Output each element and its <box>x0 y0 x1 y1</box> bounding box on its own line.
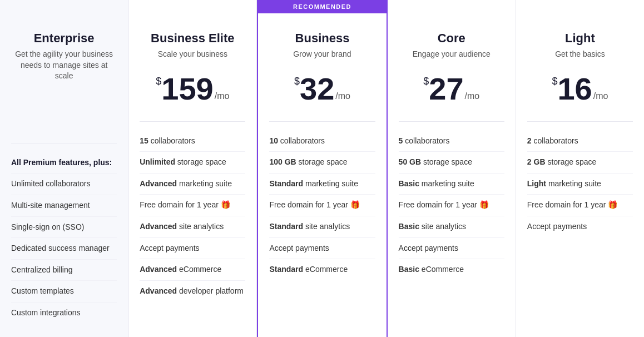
feature-item: 10 collaborators <box>269 131 375 152</box>
feature-bold: Basic <box>399 265 419 274</box>
feature-bold: 2 <box>527 136 532 145</box>
feature-text: eCommerce <box>419 265 464 274</box>
price-symbol-business: $ <box>294 76 300 87</box>
features-list-business-elite: 15 collaboratorsUnlimited storage spaceA… <box>140 131 245 302</box>
feature-item: All Premium features, plus: <box>11 152 117 174</box>
feature-text: Custom integrations <box>11 308 81 317</box>
feature-text: Accept payments <box>269 244 329 252</box>
plan-tagline-core: Engage your audience <box>399 49 504 60</box>
feature-item: Standard eCommerce <box>269 259 375 280</box>
divider-core <box>399 121 504 122</box>
gift-icon: 🎁 <box>221 200 230 211</box>
feature-item: Basic site analytics <box>399 216 504 238</box>
features-list-business: 10 collaborators100 GB storage spaceStan… <box>269 131 375 280</box>
feature-text: Multi-site management <box>11 201 90 210</box>
feature-item: Accept payments <box>527 216 633 237</box>
feature-text: collaborators <box>532 136 578 145</box>
feature-bold: Advanced <box>140 265 177 274</box>
feature-item: Basic marketing suite <box>399 174 504 195</box>
gift-icon: 🎁 <box>479 200 489 211</box>
feature-text: storage space <box>296 157 348 166</box>
gift-icon: 🎁 <box>608 200 617 211</box>
feature-item: Multi-site management <box>11 195 117 217</box>
pricing-table: EnterpriseGet the agility your business … <box>0 0 644 337</box>
feature-item: Free domain for 1 year🎁 <box>527 195 633 216</box>
feature-text: collaborators <box>148 136 195 145</box>
price-block-business-elite: $ 159 /mo <box>140 71 245 105</box>
price-mo-core: /mo <box>465 91 480 101</box>
plan-col-business-elite: Business EliteScale your business $ 159 … <box>128 0 257 337</box>
feature-item: Advanced marketing suite <box>140 174 245 195</box>
feature-item: Advanced eCommerce <box>140 259 245 281</box>
feature-bold: Standard <box>269 179 303 188</box>
feature-item: Centralized billing <box>11 260 117 281</box>
feature-bold: 100 GB <box>269 157 296 166</box>
feature-bold: 10 <box>269 136 278 145</box>
price-mo-light: /mo <box>593 91 608 101</box>
feature-text: storage space <box>175 157 226 166</box>
gift-icon: 🎁 <box>350 200 360 211</box>
feature-bold: 50 GB <box>399 157 421 166</box>
feature-text: Free domain for 1 year <box>269 200 348 209</box>
feature-item: Unlimited collaborators <box>11 174 117 195</box>
feature-item: 50 GB storage space <box>399 152 504 174</box>
price-amount-core: 27 <box>429 73 463 105</box>
feature-item: Basic eCommerce <box>399 259 504 280</box>
feature-item: Standard site analytics <box>269 216 375 238</box>
price-block-enterprise <box>11 93 117 126</box>
feature-text: Custom templates <box>11 286 74 295</box>
feature-item: Custom integrations <box>11 303 117 324</box>
divider-business <box>269 121 375 122</box>
feature-item: Advanced site analytics <box>140 216 245 238</box>
features-list-enterprise: All Premium features, plus:Unlimited col… <box>11 152 117 324</box>
feature-item: Free domain for 1 year🎁 <box>269 195 375 216</box>
price-amount-light: 16 <box>557 73 592 105</box>
feature-item: 2 GB storage space <box>527 152 633 174</box>
feature-item: 2 collaborators <box>527 131 633 152</box>
plan-name-core: Core <box>399 31 504 46</box>
feature-text: Free domain for 1 year <box>399 200 478 209</box>
price-symbol-core: $ <box>423 76 429 87</box>
price-symbol-light: $ <box>552 76 557 87</box>
price-block-core: $ 27 /mo <box>399 71 504 105</box>
feature-text: Accept payments <box>140 244 199 252</box>
feature-bold: Unlimited <box>140 157 175 166</box>
feature-text: marketing suite <box>546 179 601 188</box>
price-mo-business: /mo <box>335 91 350 101</box>
feature-item: Unlimited storage space <box>140 152 245 174</box>
feature-text: Dedicated success manager <box>11 244 110 252</box>
price-block-light: $ 16 /mo <box>527 71 633 105</box>
features-list-core: 5 collaborators50 GB storage spaceBasic … <box>399 131 504 280</box>
plan-tagline-business-elite: Scale your business <box>140 49 245 60</box>
feature-text: storage space <box>421 157 472 166</box>
feature-item: Accept payments <box>140 238 245 260</box>
feature-text: Free domain for 1 year <box>140 200 219 209</box>
feature-bold: Advanced <box>140 179 177 188</box>
price-amount-business: 32 <box>300 73 334 105</box>
feature-item: 15 collaborators <box>140 131 245 152</box>
feature-item: Dedicated success manager <box>11 238 117 260</box>
divider-enterprise <box>11 143 117 143</box>
plan-col-business: RECOMMENDEDBusinessGrow your brand $ 32 … <box>257 0 387 337</box>
feature-text: collaborators <box>403 136 449 145</box>
feature-text: Free domain for 1 year <box>527 200 606 209</box>
feature-text: Single-sign on (SSO) <box>11 222 85 231</box>
feature-bold: Advanced <box>140 222 177 231</box>
feature-item: 100 GB storage space <box>269 152 375 174</box>
plan-name-enterprise: Enterprise <box>11 31 117 46</box>
feature-item: Light marketing suite <box>527 174 633 195</box>
plan-name-business: Business <box>269 31 375 46</box>
feature-text: developer platform <box>177 286 244 295</box>
plan-tagline-business: Grow your brand <box>269 49 375 60</box>
feature-item: Accept payments <box>269 238 375 260</box>
feature-text: marketing suite <box>419 179 474 188</box>
feature-item: Standard marketing suite <box>269 174 375 195</box>
feature-text: storage space <box>546 157 597 166</box>
feature-text: collaborators <box>278 136 325 145</box>
feature-text: site analytics <box>177 222 224 231</box>
plan-tagline-light: Get the basics <box>527 49 633 60</box>
feature-text: All Premium features, plus: <box>11 158 112 167</box>
recommended-badge: RECOMMENDED <box>257 0 387 13</box>
feature-bold: 15 <box>140 136 148 145</box>
feature-text: Unlimited collaborators <box>11 179 90 188</box>
